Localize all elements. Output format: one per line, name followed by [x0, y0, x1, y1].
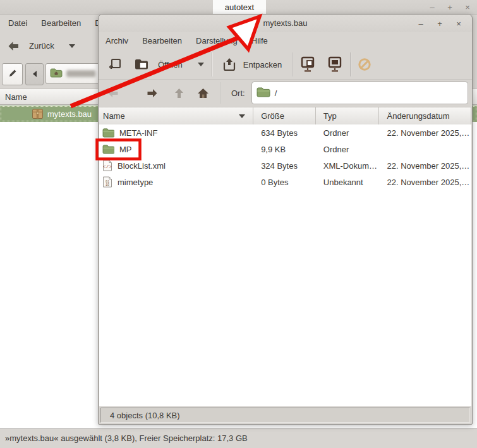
archive-menu-item-darstellung[interactable]: Darstellung: [189, 33, 245, 49]
archive-close-button[interactable]: ×: [454, 19, 463, 28]
file-manager-statusbar: »mytexts.bau« ausgewählt (3,8 KB), Freie…: [0, 428, 477, 448]
menu-item-datei[interactable]: Datei: [1, 15, 34, 32]
archive-minimize-button[interactable]: –: [416, 19, 425, 28]
chevron-left-icon: [32, 69, 38, 80]
stop-icon: [358, 58, 371, 71]
nav-back-icon: [102, 88, 124, 98]
file-name: mimetype: [118, 178, 153, 187]
folder-icon: [102, 144, 114, 154]
nav-up-icon: [168, 88, 190, 99]
new-archive-icon[interactable]: [109, 58, 123, 71]
extract-button-label[interactable]: Entpacken: [243, 60, 282, 70]
file-type: Ordner: [316, 128, 380, 138]
archive-statusbar: 4 objects (10,8 KB): [100, 408, 470, 423]
nav-forward-icon[interactable]: [142, 88, 163, 98]
location-label: Ort:: [231, 88, 245, 98]
file-type: Unbekannt: [316, 178, 380, 187]
file-name: BlockList.xml: [118, 161, 166, 171]
back-arrow-icon: [8, 41, 20, 51]
minimize-button[interactable]: –: [428, 3, 437, 12]
home-folder-icon: [50, 68, 63, 80]
back-button-label: Zurück: [25, 41, 58, 51]
column-header-name[interactable]: Name: [99, 107, 253, 125]
archive-toolbar: Öffnen Entpacken: [99, 50, 472, 80]
add-files-icon[interactable]: [299, 56, 317, 73]
toolbar-separator: [212, 52, 213, 76]
file-type: XML-Dokum…: [316, 161, 380, 171]
location-path-value: /: [275, 88, 277, 98]
back-button[interactable]: Zurück: [0, 41, 75, 51]
toolbar-separator: [292, 52, 293, 76]
archive-menu-item-archiv[interactable]: Archiv: [99, 33, 135, 49]
svg-text:</>: </>: [103, 164, 112, 169]
open-button-label[interactable]: Öffnen: [158, 60, 183, 70]
column-header-gre[interactable]: Größe: [253, 107, 316, 125]
edit-path-button[interactable]: [2, 63, 23, 85]
location-input[interactable]: /: [251, 82, 468, 104]
binary-file-icon: 0110: [102, 176, 112, 188]
file-size: 324 Bytes: [253, 161, 316, 171]
archive-menu-item-bearbeiten[interactable]: Bearbeiten: [135, 33, 189, 49]
archive-manager-window: mytexts.bau – + × ArchivBearbeitenDarste…: [98, 14, 473, 425]
folder-icon: [102, 128, 114, 138]
open-dropdown-caret-icon[interactable]: [198, 63, 204, 66]
archive-menubar: ArchivBearbeitenDarstellungHilfe: [99, 32, 472, 50]
add-folder-icon[interactable]: [327, 56, 344, 73]
archive-navbar: Ort: /: [99, 79, 472, 107]
folder-icon: [257, 87, 270, 100]
open-archive-icon[interactable]: [134, 58, 149, 71]
maximize-button[interactable]: +: [445, 3, 454, 12]
table-row[interactable]: MP9,9 KBOrdner: [99, 141, 471, 157]
table-row[interactable]: </>BlockList.xml324 BytesXML-Dokum…22. N…: [99, 157, 471, 174]
xml-file-icon: </>: [102, 160, 112, 171]
close-button[interactable]: ×: [463, 3, 472, 12]
menu-item-bearbeiten[interactable]: Bearbeiten: [34, 15, 88, 32]
file-modified-date: 22. November 2025,…: [379, 161, 471, 171]
table-row[interactable]: META-INF634 BytesOrdner22. November 2025…: [99, 124, 471, 141]
file-type: Ordner: [316, 145, 380, 154]
pencil-icon: [8, 68, 18, 81]
breadcrumb-text-redacted: [66, 70, 95, 77]
window-title: autotext: [213, 0, 266, 15]
archive-menu-item-hilfe[interactable]: Hilfe: [245, 33, 275, 49]
file-modified-date: 22. November 2025,…: [379, 128, 471, 138]
file-manager-titlebar[interactable]: autotext – + ×: [0, 0, 477, 15]
archive-file-list: META-INF634 BytesOrdner22. November 2025…: [99, 124, 471, 406]
file-size: 9,9 KB: [253, 145, 316, 154]
file-modified-date: 22. November 2025,…: [379, 178, 471, 187]
selected-file-label: mytexts.bau: [47, 109, 92, 119]
archive-titlebar[interactable]: mytexts.bau – + ×: [99, 15, 472, 32]
file-name: MP: [119, 145, 132, 154]
back-history-caret-icon[interactable]: [69, 44, 75, 48]
extract-icon[interactable]: [222, 57, 237, 72]
archive-maximize-button[interactable]: +: [435, 19, 444, 28]
file-size: 634 Bytes: [253, 128, 316, 138]
column-header-typ[interactable]: Typ: [316, 107, 380, 125]
file-name: META-INF: [119, 128, 157, 138]
hide-pathbar-button[interactable]: [25, 63, 44, 85]
nav-home-icon[interactable]: [192, 88, 214, 99]
column-header-nderungsdatum[interactable]: Änderungsdatum: [379, 107, 471, 125]
archive-file-icon: [32, 108, 44, 119]
svg-text:10: 10: [106, 183, 109, 187]
file-size: 0 Bytes: [253, 178, 316, 187]
archive-table-header: NameGrößeTypÄnderungsdatum: [99, 107, 471, 125]
navbar-separator: [220, 82, 221, 104]
breadcrumb-home-button[interactable]: [45, 63, 104, 84]
toolbar-separator: [350, 52, 351, 76]
table-row[interactable]: 0110mimetype0 BytesUnbekannt22. November…: [99, 174, 471, 190]
sort-descending-icon: [239, 114, 245, 118]
